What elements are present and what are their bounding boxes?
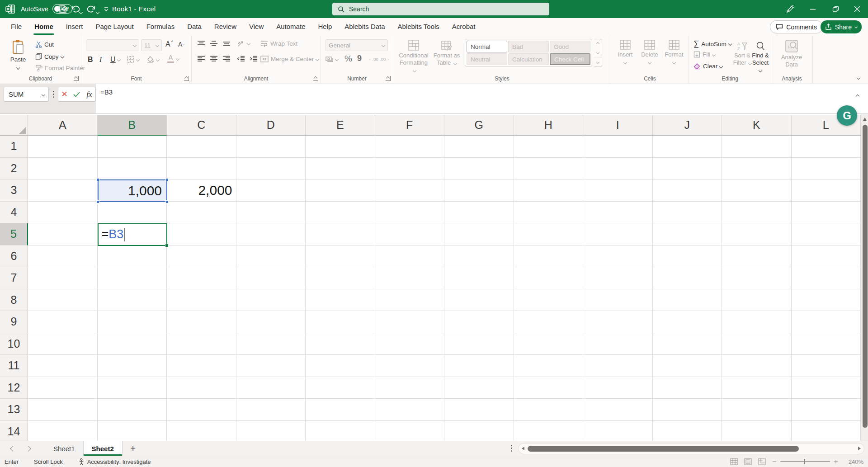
format-as-table-button[interactable]: Format as Table xyxy=(431,39,462,66)
gallery-more-button[interactable] xyxy=(594,57,602,66)
conditional-formatting-button[interactable]: Conditional Formatting xyxy=(397,39,430,74)
column-header[interactable]: F xyxy=(375,115,445,136)
zoom-slider[interactable] xyxy=(772,459,838,464)
paste-chevron[interactable] xyxy=(16,66,20,70)
format-painter-button[interactable]: Format Painter xyxy=(35,65,85,71)
row-header[interactable]: 5 xyxy=(0,223,28,245)
clipboard-dialog-launcher[interactable] xyxy=(74,76,79,81)
merge-center-button[interactable]: Merge & Center xyxy=(260,56,319,62)
next-sheet-arrow[interactable] xyxy=(25,446,31,452)
align-right-button[interactable] xyxy=(222,56,231,62)
row-header[interactable]: 8 xyxy=(0,289,28,311)
collapse-ribbon-chevron[interactable] xyxy=(857,76,860,79)
scroll-up-arrow[interactable] xyxy=(863,118,867,121)
close-button[interactable] xyxy=(847,0,867,18)
clear-button[interactable]: Clear xyxy=(693,63,722,70)
underline-button[interactable]: U xyxy=(110,56,116,64)
ribbon-tab[interactable]: Acrobat xyxy=(446,18,482,36)
row-header[interactable]: 7 xyxy=(0,267,28,289)
align-center-button[interactable] xyxy=(210,56,218,62)
minimize-button[interactable] xyxy=(803,0,823,18)
column-header[interactable]: K xyxy=(722,115,792,136)
reference-handle[interactable] xyxy=(96,200,99,203)
formula-input[interactable]: =B3 xyxy=(96,84,868,113)
row-header[interactable]: 13 xyxy=(0,399,28,421)
paste-button[interactable]: Paste xyxy=(6,39,30,71)
alignment-dialog-launcher[interactable] xyxy=(313,76,318,81)
new-sheet-button[interactable]: + xyxy=(127,442,139,455)
row-header[interactable]: 12 xyxy=(0,377,28,399)
zoom-slider-thumb[interactable] xyxy=(804,459,805,464)
comments-button[interactable]: Comments xyxy=(770,20,823,33)
decrease-indent-button[interactable] xyxy=(237,56,245,62)
font-dialog-launcher[interactable] xyxy=(184,76,189,81)
ribbon-tab[interactable]: Automate xyxy=(270,18,311,36)
row-header[interactable]: 6 xyxy=(0,245,28,268)
share-chevron[interactable] xyxy=(854,25,858,28)
cell-C3[interactable]: 2,000 xyxy=(167,179,237,202)
column-header[interactable]: H xyxy=(514,115,584,136)
enter-entry-button[interactable] xyxy=(71,87,83,101)
merge-center-chevron[interactable] xyxy=(316,57,319,61)
column-header[interactable]: J xyxy=(653,115,722,136)
shrink-font-button[interactable]: Aˇ xyxy=(178,40,184,48)
vertical-scroll-thumb[interactable] xyxy=(863,125,868,428)
ribbon-tab[interactable]: Help xyxy=(311,18,338,36)
row-header[interactable]: 14 xyxy=(0,421,28,441)
grammarly-badge[interactable]: G xyxy=(837,105,857,126)
column-header[interactable]: D xyxy=(236,115,306,136)
save-button[interactable] xyxy=(57,3,69,15)
row-header[interactable]: 2 xyxy=(0,158,28,180)
row-header[interactable]: 1 xyxy=(0,136,28,158)
fill-color-chevron[interactable] xyxy=(156,57,160,61)
font-color-chevron[interactable] xyxy=(176,57,179,61)
align-top-button[interactable] xyxy=(197,40,205,47)
align-bottom-button[interactable] xyxy=(222,40,231,47)
cell-style-item[interactable]: Good xyxy=(550,41,590,52)
accessibility-checker[interactable]: Accessibility: Investigate xyxy=(78,458,151,465)
search-box[interactable]: Search xyxy=(332,3,549,15)
increase-decimal-button[interactable]: ←.00 xyxy=(368,57,378,61)
analyze-data-button[interactable]: Analyze Data xyxy=(777,39,807,68)
italic-button[interactable]: I xyxy=(99,56,102,64)
ribbon-tab[interactable]: Home xyxy=(28,18,60,36)
formula-bar-splitter[interactable] xyxy=(53,91,54,99)
sheet-tab[interactable]: Sheet1 xyxy=(45,441,84,456)
ribbon-tab[interactable]: File xyxy=(5,18,28,36)
ribbon-tab[interactable]: View xyxy=(243,18,270,36)
column-header[interactable]: C xyxy=(167,115,236,136)
column-header[interactable]: B xyxy=(98,115,167,136)
fill-handle[interactable] xyxy=(165,244,169,247)
name-box[interactable]: SUM xyxy=(4,87,49,102)
font-color-button[interactable]: A xyxy=(167,55,179,63)
row-header[interactable]: 11 xyxy=(0,355,28,377)
autosum-button[interactable]: ∑ AutoSum xyxy=(693,39,731,48)
font-name-combo[interactable] xyxy=(86,39,139,51)
comma-style-button[interactable]: 9 xyxy=(357,54,362,63)
increase-indent-button[interactable] xyxy=(250,56,258,62)
grow-font-button[interactable]: A^ xyxy=(165,40,173,48)
insert-function-button[interactable]: fx xyxy=(83,87,95,101)
format-as-table-chevron[interactable] xyxy=(453,61,457,65)
cell-style-item[interactable]: Bad xyxy=(508,41,549,52)
undo-menu-chevron[interactable] xyxy=(80,7,84,12)
reference-handle[interactable] xyxy=(96,178,99,181)
fill-button[interactable]: Fill xyxy=(693,51,715,58)
percent-style-button[interactable]: % xyxy=(344,54,352,64)
scroll-right-arrow[interactable] xyxy=(858,447,861,450)
clear-chevron[interactable] xyxy=(719,64,723,68)
number-dialog-launcher[interactable] xyxy=(386,76,391,81)
cells-chevron[interactable] xyxy=(623,61,627,64)
ink-mode-icon[interactable] xyxy=(780,0,800,18)
cells-button[interactable]: Delete xyxy=(638,39,661,66)
align-middle-button[interactable] xyxy=(210,40,218,47)
sort-filter-button[interactable]: A Z Sort & Filter xyxy=(732,41,752,66)
align-left-button[interactable] xyxy=(197,56,205,62)
underline-chevron[interactable] xyxy=(118,58,120,61)
page-break-preview-button[interactable] xyxy=(758,458,766,465)
select-all-corner[interactable] xyxy=(0,115,28,136)
cells-button[interactable]: Insert xyxy=(614,39,637,66)
copy-button[interactable]: Copy xyxy=(35,53,64,60)
collapse-formula-bar-chevron[interactable] xyxy=(856,91,861,96)
ribbon-tab[interactable]: Page Layout xyxy=(89,18,140,36)
